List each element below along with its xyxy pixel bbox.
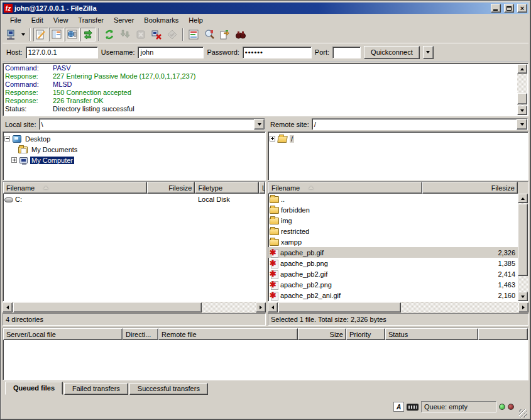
data-type-indicator-icon[interactable]: A [393,402,404,412]
remote-site-combo[interactable]: / [312,118,528,130]
tree-item-my-documents[interactable]: My Documents [4,144,264,155]
column-filler [478,328,528,340]
tab-failed-transfers[interactable]: Failed transfers [64,383,128,395]
synchronized-browsing-button[interactable] [217,28,233,41]
image-file-icon [270,248,278,257]
tab-successful-transfers[interactable]: Successful transfers [129,383,208,395]
scroll-right-button[interactable] [256,302,266,312]
scroll-up-button[interactable] [518,194,528,203]
maximize-button[interactable] [504,4,514,13]
scrollbar-thumb[interactable] [13,302,202,312]
directory-comparison-icon [204,29,215,40]
column-filename[interactable]: Filename [3,182,147,194]
menu-file[interactable]: File [5,15,26,25]
site-manager-button[interactable] [4,28,19,41]
site-manager-dropdown-button[interactable] [19,28,27,41]
tree-item-my-computer[interactable]: My Computer [4,155,264,165]
column-direction[interactable]: Directi... [123,328,158,340]
resize-grip[interactable] [519,409,527,417]
file-size: 2,326 [498,249,518,257]
transfer-queue: Server/Local file Directi... Remote file… [3,328,528,380]
file-name: xampp [281,238,302,246]
username-input[interactable] [138,47,204,58]
local-site-label: Local site: [3,121,36,128]
combo-dropdown-button[interactable] [517,119,527,130]
toggle-transfer-queue-button[interactable] [80,28,96,41]
menu-edit[interactable]: Edit [26,15,48,25]
scroll-down-button[interactable] [518,292,528,301]
remote-horizontal-scrollbar[interactable] [268,302,528,312]
directory-comparison-button[interactable] [202,28,217,41]
disconnect-button[interactable] [149,28,164,41]
column-last-modified[interactable]: L [259,182,265,194]
file-row[interactable]: apache_pb2_ani.gif2,160 [268,290,518,301]
transfer-queue-icon [82,29,94,40]
process-queue-button[interactable] [118,28,133,41]
column-size[interactable]: Size [298,328,346,340]
find-files-button[interactable] [233,28,248,41]
local-site-combo[interactable]: \ [39,118,265,130]
minimize-button[interactable] [491,4,501,13]
scroll-down-button[interactable] [517,106,527,115]
refresh-button[interactable] [102,28,117,41]
file-row-c-drive[interactable]: C: Local Disk [3,194,265,204]
scrollbar-thumb[interactable] [517,93,527,104]
local-horizontal-scrollbar[interactable] [3,302,266,312]
file-row[interactable]: restricted [268,226,518,236]
desktop-icon [13,135,21,143]
menu-server[interactable]: Server [109,15,139,25]
tree-item-root[interactable]: / [270,133,527,144]
column-remote-file[interactable]: Remote file [158,328,298,340]
expand-icon[interactable] [270,136,275,141]
file-row[interactable]: .. [268,194,518,204]
file-row[interactable]: forbidden [268,204,518,215]
column-server-local-file[interactable]: Server/Local file [3,328,123,340]
file-row[interactable]: img [268,215,518,226]
column-filename[interactable]: Filename [268,182,422,194]
host-input[interactable] [26,47,98,58]
reconnect-button[interactable] [165,28,180,41]
process-queue-icon [119,29,131,40]
combo-dropdown-button[interactable] [254,119,265,130]
menu-help[interactable]: Help [183,15,208,25]
scroll-left-button[interactable] [268,302,278,312]
expand-icon[interactable] [11,157,17,163]
speed-limit-indicator-icon[interactable] [407,404,419,411]
menu-transfer[interactable]: Transfer [73,15,109,25]
file-row[interactable]: apache_pb2.png1,463 [268,279,518,290]
scrollbar-thumb[interactable] [518,204,528,276]
quickconnect-dropdown-button[interactable] [423,46,434,59]
port-label: Port: [315,48,329,56]
log-label: Response: [5,89,53,97]
quickconnect-button[interactable]: Quickconnect [364,46,420,59]
close-button[interactable]: × [517,4,527,13]
chevron-down-icon [21,33,25,36]
toggle-message-log-button[interactable] [33,28,48,41]
toggle-local-tree-button[interactable] [49,28,64,41]
column-priority[interactable]: Priority [346,328,385,340]
cancel-operation-button[interactable] [133,28,148,41]
column-filetype[interactable]: Filetype [195,182,259,194]
file-row-selected[interactable]: apache_pb.gif2,326 [268,247,518,258]
port-input[interactable] [332,47,361,58]
remote-vertical-scrollbar[interactable] [518,194,528,301]
scroll-left-button[interactable] [3,302,13,312]
column-filesize[interactable]: Filesize [422,182,518,194]
file-row[interactable]: apache_pb.png1,385 [268,258,518,268]
menu-view[interactable]: View [48,15,74,25]
scrollbar-thumb[interactable] [278,302,401,312]
scroll-up-button[interactable] [517,64,527,74]
file-row[interactable]: apache_pb2.gif2,414 [268,268,518,279]
toggle-remote-tree-button[interactable] [65,28,80,41]
log-scrollbar[interactable] [517,64,527,115]
scroll-right-button[interactable] [518,302,528,312]
tab-queued-files[interactable]: Queued files [5,382,63,395]
password-input[interactable] [243,47,312,58]
column-status[interactable]: Status [385,328,478,340]
column-filesize[interactable]: Filesize [147,182,195,194]
directory-listing-filters-button[interactable] [186,28,201,41]
tree-item-desktop[interactable]: Desktop [4,133,264,144]
collapse-icon[interactable] [4,136,10,141]
file-row[interactable]: xampp [268,236,518,247]
menu-bookmarks[interactable]: Bookmarks [139,15,183,25]
